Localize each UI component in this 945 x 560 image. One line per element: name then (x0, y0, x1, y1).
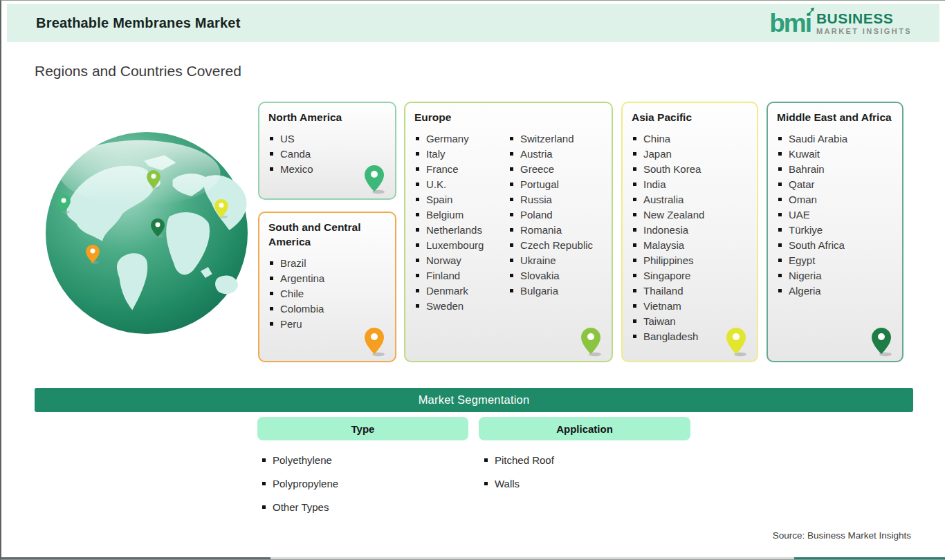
bullet-icon (510, 183, 513, 186)
country-label: Türkiye (789, 223, 823, 238)
bullet-icon (633, 198, 636, 201)
segment-item: Polyethylene (261, 454, 338, 466)
header-bar: Breathable Membranes Market bmi BUSINESS… (7, 4, 939, 42)
segment-item-label: Polypropylene (273, 478, 338, 489)
country-list-left: GermanyItalyFranceU.K.SpainBelgiumNether… (414, 131, 508, 314)
country-item: Egypt (777, 253, 893, 268)
globe-highlight (59, 140, 221, 206)
country-item: U.K. (414, 177, 508, 192)
country-item: Canda (268, 147, 386, 162)
country-label: Slovakia (520, 268, 560, 283)
segment-item: Walls (483, 478, 554, 489)
country-item: Luxembourg (414, 238, 508, 253)
country-label: Poland (520, 207, 553, 223)
country-label: Kuwait (789, 147, 820, 162)
country-item: Colombia (268, 301, 386, 317)
country-label: Colombia (280, 301, 324, 317)
logo-mark-text: bmi (769, 9, 811, 37)
country-label: Portugal (520, 177, 559, 192)
country-label: Spain (426, 192, 452, 207)
country-label: Singapore (643, 268, 690, 283)
country-label: Brazil (280, 256, 306, 271)
bullet-icon (510, 259, 513, 262)
country-item: Bahrain (777, 162, 893, 177)
bullet-icon (510, 228, 513, 232)
country-list-right: SwitzerlandAustriaGreecePortugalRussiaPo… (508, 131, 603, 314)
globe-pin-middle-east-icon (151, 218, 165, 238)
country-item: China (632, 131, 748, 147)
country-item: Italy (414, 147, 508, 162)
country-label: Luxembourg (426, 238, 484, 253)
country-item: Nigeria (777, 268, 893, 283)
bullet-icon (778, 213, 782, 216)
country-item: Algeria (777, 283, 893, 299)
country-item: Chile (268, 286, 386, 301)
bullet-icon (778, 183, 782, 186)
country-item: UAE (777, 207, 893, 223)
country-label: Belgium (426, 207, 464, 223)
bullet-icon (270, 292, 273, 295)
logo-line2: MARKET INSIGHTS (816, 28, 912, 35)
country-item: Spain (414, 192, 508, 207)
country-item: Malaysia (632, 238, 748, 253)
country-item: US (268, 131, 386, 147)
bullet-icon (416, 243, 419, 247)
country-label: Japan (643, 147, 672, 162)
bullet-icon (270, 167, 273, 171)
country-label: France (426, 162, 459, 177)
bullet-icon (416, 289, 419, 292)
region-title: North America (268, 111, 386, 125)
country-item: Thailand (632, 283, 748, 299)
country-item: Saudi Arabia (777, 131, 893, 147)
logo-wordmark: BUSINESS MARKET INSIGHTS (816, 11, 912, 35)
application-items-list: Pitched RoofWalls (483, 454, 554, 501)
country-label: Denmark (426, 283, 468, 299)
bullet-icon (510, 274, 513, 277)
bullet-icon (778, 152, 782, 156)
country-label: Philippines (643, 253, 694, 268)
country-label: Peru (280, 317, 302, 332)
bullet-icon (416, 137, 419, 140)
country-label: Netherlands (426, 223, 482, 238)
bullet-icon (633, 167, 636, 171)
bullet-icon (633, 335, 636, 338)
bullet-icon (510, 243, 513, 247)
region-title: Asia Pacific (632, 111, 748, 125)
segment-tab-label: Type (351, 423, 375, 435)
logo-line1: BUSINESS (816, 11, 912, 26)
country-item: South Africa (777, 238, 893, 253)
region-card-europe: Europe GermanyItalyFranceU.K.SpainBelgiu… (404, 102, 613, 362)
country-item: Sweden (414, 299, 508, 314)
country-label: Algeria (789, 283, 821, 299)
bullet-icon (270, 152, 273, 156)
country-item: Türkiye (777, 223, 893, 238)
country-label: US (280, 131, 295, 147)
bullet-icon (262, 482, 266, 485)
bullet-icon (262, 458, 266, 462)
country-label: U.K. (426, 177, 446, 192)
country-label: Egypt (789, 253, 815, 268)
bullet-icon (510, 213, 513, 216)
bullet-icon (484, 458, 488, 462)
country-label: Canda (280, 147, 311, 162)
country-label: Norway (426, 253, 461, 268)
segment-tab-label: Application (556, 423, 613, 435)
bullet-icon (778, 198, 782, 201)
segment-tab-type: Type (257, 417, 468, 440)
country-item: Greece (508, 162, 603, 177)
segment-item: Polypropylene (261, 478, 338, 489)
country-item: South Korea (632, 162, 748, 177)
country-label: New Zealand (643, 207, 704, 223)
globe-pin-europe-icon (147, 170, 160, 189)
country-item: Bulgaria (508, 283, 603, 299)
bullet-icon (633, 213, 636, 216)
segment-item-label: Other Types (273, 501, 329, 513)
globe-pin-asia-pacific-icon (214, 199, 228, 218)
map-pin-icon (365, 165, 387, 194)
type-items-list: PolyethylenePolypropyleneOther Types (261, 454, 338, 525)
bullet-icon (262, 505, 266, 509)
bullet-icon (510, 152, 513, 156)
country-label: Ukraine (520, 253, 556, 268)
country-label: Germany (426, 131, 469, 147)
country-item: Denmark (414, 283, 508, 299)
